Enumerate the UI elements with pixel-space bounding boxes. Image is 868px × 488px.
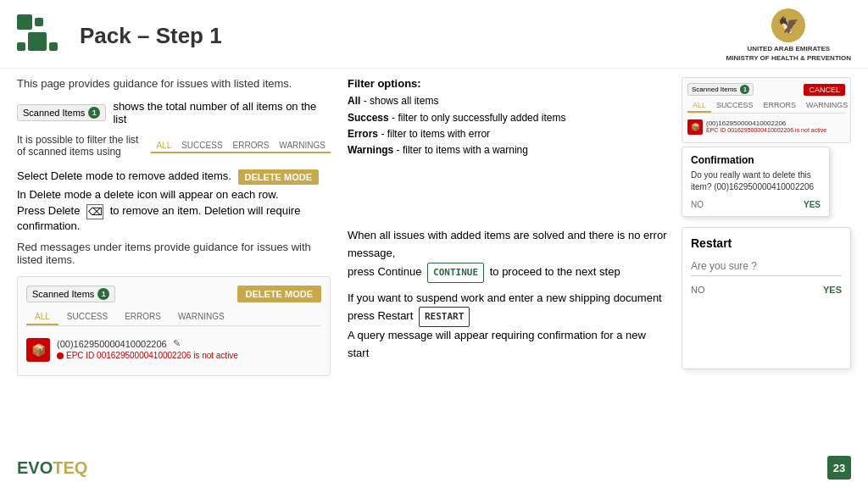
- filter-all-desc: - shows all items: [364, 95, 439, 107]
- filter-tabs-mini: ALL SUCCESS ERRORS WARNINGS: [151, 139, 331, 153]
- delete-line2: In Delete mode a delete icon will appear…: [17, 188, 331, 201]
- filter-success-desc: - filter to only successfully added item…: [392, 112, 565, 124]
- page-title: Pack – Step 1: [80, 23, 222, 49]
- header: Pack – Step 1 🦅 UNITED ARAB EMIRATES MIN…: [0, 0, 868, 69]
- filter-row: It is possible to filter the list of sca…: [17, 134, 331, 158]
- tab-errors-mini[interactable]: ERRORS: [228, 139, 275, 152]
- brand-logo: [17, 14, 68, 57]
- bottom-right-section: When all issues with added items are sol…: [348, 227, 851, 369]
- continue-button[interactable]: CONTINUE: [427, 263, 484, 283]
- filter-all-label: All: [348, 95, 360, 107]
- tab-all-mini[interactable]: ALL: [151, 139, 176, 153]
- mini-tab-warnings[interactable]: WARNINGS: [801, 99, 853, 113]
- filter-warnings-desc: - filter to items with a warning: [397, 144, 528, 156]
- mini-scanned-widget: Scanned Items 1 CANCEL ALL SUCCESS ERROR…: [682, 77, 851, 143]
- confirm-text: Do you really want to delete this item? …: [691, 169, 821, 193]
- continue-text2: If you want to suspend work and enter a …: [348, 290, 668, 363]
- item-error-text: EPC ID 00162950000410002206 is not activ…: [57, 351, 321, 360]
- filter-options-title: Filter options:: [348, 77, 668, 90]
- delete-line3: Press Delete ⌫ to remove an item. Deleti…: [17, 204, 331, 232]
- main-content: This page provides guidance for issues w…: [0, 69, 868, 488]
- mini-widget-area: Scanned Items 1 CANCEL ALL SUCCESS ERROR…: [682, 77, 851, 217]
- left-column: This page provides guidance for issues w…: [17, 77, 331, 488]
- red-msg: Red messages under items provide guidanc…: [17, 241, 331, 266]
- restart-button[interactable]: RESTART: [419, 307, 470, 327]
- evoteq-logo: EVOTEQ: [17, 458, 87, 478]
- mini-widget-header: Scanned Items 1 CANCEL: [687, 83, 845, 96]
- footer: EVOTEQ 23: [17, 456, 851, 480]
- filter-warnings-label: Warnings: [348, 144, 393, 156]
- widget-tab-warnings[interactable]: WARNINGS: [170, 309, 233, 325]
- mini-cancel-button[interactable]: CANCEL: [804, 84, 845, 96]
- continue-section: When all issues with added items are sol…: [348, 227, 668, 369]
- delete-section: Select Delete mode to remove added items…: [17, 169, 331, 232]
- scanned-items-widget: Scanned Items 1 DELETE MODE ALL SUCCESS …: [17, 276, 331, 376]
- confirmation-box: Confirmation Do you really want to delet…: [682, 147, 830, 217]
- widget-scanned-badge: Scanned Items 1: [26, 286, 115, 302]
- uae-logo: 🦅 UNITED ARAB EMIRATES MINISTRY OF HEALT…: [726, 8, 851, 63]
- restart-input[interactable]: [691, 257, 842, 276]
- delete-line1: Select Delete mode to remove added items…: [17, 169, 331, 185]
- widget-list-item: 📦 (00)162950000410002206 ✎ EPC ID 001629…: [26, 333, 321, 367]
- confirm-title: Confirmation: [691, 154, 821, 166]
- scanned-items-badge: Scanned Items 1: [17, 104, 106, 121]
- mini-scanned-badge: Scanned Items 1: [687, 83, 754, 96]
- widget-header: Scanned Items 1 DELETE MODE: [26, 286, 321, 302]
- mini-item-details: (00)162950000410002206 EPC ID 0016295000…: [706, 119, 845, 133]
- mini-badge-count: 1: [740, 85, 749, 94]
- mini-tab-all[interactable]: ALL: [687, 99, 711, 113]
- right-top-section: Filter options: All - shows all items Su…: [348, 77, 851, 217]
- filter-success-label: Success: [348, 112, 389, 124]
- mini-item-icon: 📦: [687, 119, 703, 135]
- widget-tabs: ALL SUCCESS ERRORS WARNINGS: [26, 309, 321, 326]
- filter-intro: It is possible to filter the list of sca…: [17, 134, 146, 158]
- restart-no-button[interactable]: NO: [691, 285, 705, 295]
- item-error-icon: 📦: [26, 338, 50, 362]
- delete-key-icon: ⌫: [86, 204, 103, 219]
- item-details: (00)162950000410002206 ✎ EPC ID 00162950…: [57, 338, 321, 360]
- mini-tab-errors[interactable]: ERRORS: [759, 99, 802, 113]
- mini-item-error: EPC ID 00162950000410002206 is not activ…: [706, 127, 845, 133]
- mini-tabs: ALL SUCCESS ERRORS WARNINGS: [687, 99, 845, 114]
- restart-yes-button[interactable]: YES: [823, 285, 842, 295]
- widget-tab-errors[interactable]: ERRORS: [116, 309, 170, 325]
- filter-options-text: All - shows all items Success - filter t…: [348, 93, 668, 158]
- mini-list-item: 📦 (00)162950000410002206 EPC ID 00162950…: [687, 117, 845, 137]
- badge-count: 1: [88, 107, 100, 119]
- page-number: 23: [827, 456, 851, 480]
- logo-evo: EVO: [17, 458, 53, 477]
- confirm-buttons: NO YES: [691, 200, 821, 209]
- uae-text: UNITED ARAB EMIRATES MINISTRY OF HEALTH …: [726, 44, 851, 63]
- mini-item-code: (00)162950000410002206: [706, 119, 845, 127]
- scanned-badge-row: Scanned Items 1 shows the total number o…: [17, 100, 331, 125]
- filter-options-box: Filter options: All - shows all items Su…: [348, 77, 668, 217]
- restart-buttons: NO YES: [691, 285, 842, 295]
- restart-title: Restart: [691, 236, 842, 250]
- restart-box: Restart NO YES: [682, 227, 851, 369]
- filter-errors-label: Errors: [348, 128, 378, 140]
- scanned-label: Scanned Items: [23, 108, 85, 118]
- widget-delete-mode-button[interactable]: DELETE MODE: [237, 286, 321, 302]
- confirm-no-button[interactable]: NO: [691, 200, 704, 209]
- mini-tab-success[interactable]: SUCCESS: [711, 99, 759, 113]
- continue-text1: When all issues with added items are sol…: [348, 227, 668, 282]
- right-column: Filter options: All - shows all items Su…: [348, 77, 851, 488]
- widget-scanned-label: Scanned Items: [32, 289, 94, 299]
- confirm-yes-button[interactable]: YES: [804, 200, 821, 209]
- edit-icon[interactable]: ✎: [173, 338, 181, 349]
- tab-success-mini[interactable]: SUCCESS: [176, 139, 227, 152]
- delete-mode-button[interactable]: DELETE MODE: [238, 169, 319, 185]
- filter-errors-desc: - filter to items with error: [381, 128, 490, 140]
- tab-warnings-mini[interactable]: WARNINGS: [274, 139, 331, 152]
- error-dot-icon: [57, 352, 64, 359]
- widget-badge-count: 1: [97, 288, 109, 300]
- intro-text: This page provides guidance for issues w…: [17, 77, 331, 90]
- badge-desc: shows the total number of all items on t…: [113, 100, 331, 125]
- widget-tab-all[interactable]: ALL: [26, 309, 58, 325]
- item-code: (00)162950000410002206 ✎: [57, 338, 321, 349]
- widget-tab-success[interactable]: SUCCESS: [58, 309, 116, 325]
- logo-teq: TEQ: [53, 458, 87, 477]
- uae-emblem-icon: 🦅: [771, 8, 805, 42]
